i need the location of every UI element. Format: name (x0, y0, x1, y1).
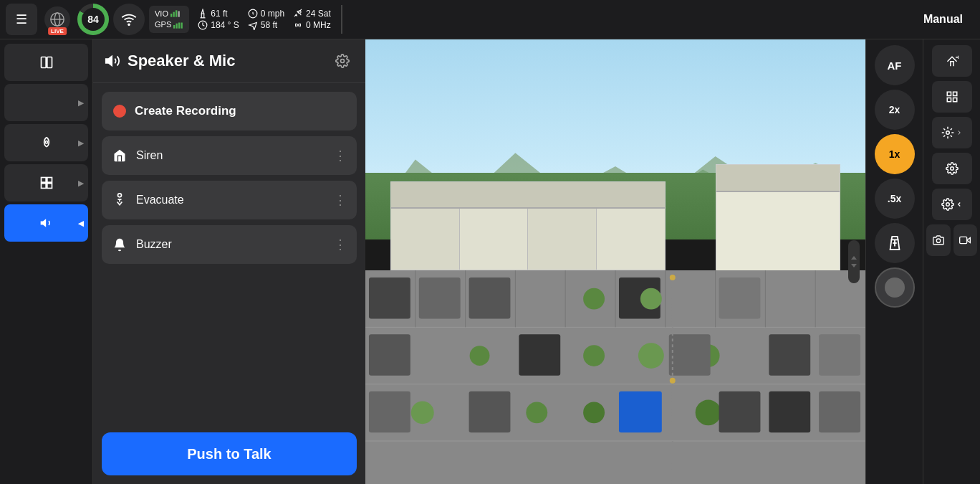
svg-rect-63 (369, 392, 410, 433)
svg-rect-62 (619, 392, 662, 433)
svg-rect-7 (178, 11, 179, 17)
svg-rect-17 (47, 57, 52, 68)
altitude-stat: 61 ft (198, 9, 239, 19)
building-right (716, 164, 841, 275)
home-upload-button[interactable] (932, 45, 972, 77)
svg-point-79 (946, 131, 949, 135)
svg-marker-24 (106, 57, 112, 66)
svg-rect-22 (47, 184, 52, 189)
svg-rect-8 (173, 25, 175, 29)
push-to-talk-button[interactable]: Push to Talk (102, 432, 357, 475)
panel-title: Speaker & Mic (128, 52, 324, 70)
svg-rect-19 (41, 178, 46, 183)
panel-settings-button[interactable] (331, 49, 354, 72)
af-label: AF (888, 60, 902, 72)
sidebar-item-split[interactable] (4, 44, 88, 81)
svg-rect-57 (369, 335, 410, 376)
svg-rect-9 (176, 23, 178, 28)
svg-rect-5 (173, 12, 174, 17)
zoom-2x-label: 2x (889, 104, 900, 115)
sidebar-item-grid[interactable]: ▶ (4, 164, 88, 201)
svg-point-46 (583, 288, 605, 310)
frequency-stat: 0 MHz (293, 20, 331, 30)
evacuate-more-button[interactable]: ⋮ (334, 192, 347, 208)
panel-header: Speaker & Mic (93, 39, 365, 83)
panel-footer: Push to Talk (93, 424, 365, 484)
zoom-05x-button[interactable]: .5x (875, 179, 915, 219)
zoom-2x-button[interactable]: 2x (875, 90, 915, 130)
signal-value: 84 (82, 8, 105, 31)
settings3-button[interactable] (932, 189, 972, 220)
svg-marker-23 (40, 219, 46, 227)
sidebar-item-ar[interactable]: ▶ (4, 84, 88, 121)
sidebar-item-flight[interactable]: ▶ (4, 124, 88, 161)
grid-chevron-icon: ▶ (78, 179, 84, 187)
zoom-1x-button[interactable]: 1x (875, 134, 915, 174)
svg-point-81 (946, 203, 949, 207)
ar-chevron-icon: ▶ (78, 99, 84, 107)
flight-chevron-icon: ▶ (78, 139, 84, 147)
svg-rect-16 (41, 57, 46, 68)
panel-body: Create Recording Siren ⋮ (93, 83, 365, 424)
svg-point-15 (297, 24, 299, 26)
signal-indicator: 84 (77, 4, 109, 35)
svg-point-49 (640, 288, 662, 310)
create-recording-button[interactable]: Create Recording (102, 92, 357, 131)
svg-rect-6 (176, 11, 177, 17)
settings2-button[interactable] (932, 153, 972, 184)
svg-rect-77 (947, 98, 951, 102)
svg-point-55 (696, 400, 721, 426)
svg-rect-59 (669, 335, 711, 376)
settings1-button[interactable] (932, 117, 972, 148)
svg-point-48 (583, 402, 605, 424)
svg-rect-64 (469, 392, 511, 433)
svg-marker-83 (967, 238, 971, 243)
svg-rect-10 (178, 22, 180, 28)
svg-rect-45 (719, 277, 761, 319)
vio-gps-badge: VIO GPS (149, 6, 189, 34)
menu-button[interactable]: ☰ (6, 4, 37, 35)
top-bar: ☰ LIVE 84 VIO (0, 0, 980, 39)
buzzer-icon (112, 237, 128, 252)
left-sidebar: ▶ ▶ ▶ ◀ (0, 39, 93, 484)
torch-button[interactable] (875, 223, 915, 263)
evacuate-item[interactable]: Evacuate ⋮ (102, 181, 357, 219)
svg-point-70 (670, 378, 676, 384)
svg-point-82 (936, 239, 940, 242)
svg-point-54 (526, 402, 547, 424)
speed-stat: 0 mph (248, 9, 284, 19)
video-button[interactable] (953, 224, 978, 256)
siren-more-button[interactable]: ⋮ (334, 148, 347, 163)
svg-rect-66 (769, 392, 810, 433)
svg-point-14 (299, 11, 302, 13)
svg-rect-21 (41, 184, 46, 189)
top-divider (341, 5, 342, 34)
wifi-button[interactable] (113, 4, 145, 35)
svg-point-52 (470, 346, 490, 366)
svg-rect-41 (369, 277, 410, 319)
af-button[interactable]: AF (875, 45, 915, 85)
scroll-indicator[interactable] (848, 240, 860, 283)
buzzer-item[interactable]: Buzzer ⋮ (102, 225, 357, 264)
main-content: ▶ ▶ ▶ ◀ (0, 39, 980, 484)
siren-label: Siren (136, 149, 325, 162)
evacuate-label: Evacuate (136, 194, 325, 207)
photo-button[interactable] (926, 224, 951, 256)
speaker-chevron-icon: ◀ (78, 219, 84, 227)
svg-rect-67 (819, 392, 860, 433)
buzzer-more-button[interactable]: ⋮ (334, 237, 347, 252)
buzzer-label: Buzzer (136, 238, 325, 251)
svg-rect-75 (947, 92, 951, 95)
svg-point-50 (638, 343, 664, 369)
sidebar-item-speaker[interactable]: ◀ (4, 204, 88, 242)
svg-rect-20 (47, 178, 52, 183)
siren-icon (112, 148, 128, 163)
siren-item[interactable]: Siren ⋮ (102, 136, 357, 175)
satellite-stat: 24 Sat (293, 9, 331, 19)
agl-stat: 58 ft (248, 20, 284, 30)
grid-view-button[interactable] (932, 81, 972, 113)
zoom-05x-label: .5x (888, 193, 901, 204)
svg-rect-78 (953, 98, 956, 102)
joystick[interactable] (875, 267, 915, 308)
stats-group-3: 24 Sat 0 MHz (293, 9, 331, 30)
